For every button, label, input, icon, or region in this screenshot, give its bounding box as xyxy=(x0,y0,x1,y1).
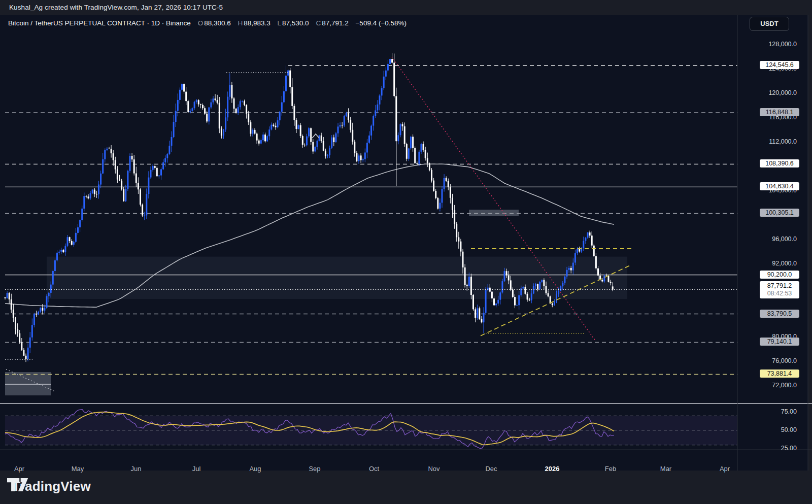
pane-separators[interactable] xyxy=(0,15,812,471)
rsi-tick: 75.00 xyxy=(781,408,797,415)
price-level-badge: 79,140.1 xyxy=(760,338,799,346)
rsi-pane[interactable] xyxy=(5,410,737,449)
price-tick: 112,000.0 xyxy=(769,138,797,145)
time-axis-label: Mar xyxy=(660,465,671,473)
price-tick: 72,000.0 xyxy=(772,382,797,389)
time-axis-label: Jun xyxy=(131,465,142,473)
time-axis-label: Oct xyxy=(369,465,379,473)
time-axis-label: Jul xyxy=(192,465,201,473)
symbol-header: Bitcoin / TetherUS PERPETUAL CONTRACT · … xyxy=(8,19,407,27)
bar-countdown: 08:42:53 xyxy=(763,290,796,297)
time-axis-label: Aug xyxy=(249,465,261,473)
price-level-badge: 108,390.6 xyxy=(760,159,799,167)
close-value: 87,791.2 xyxy=(322,19,349,27)
price-tick: 128,000.0 xyxy=(768,41,797,48)
zone-boxes[interactable] xyxy=(5,210,627,395)
open-value: 88,300.6 xyxy=(204,19,231,27)
time-axis-label: Nov xyxy=(428,465,439,473)
time-axis[interactable]: AprMayJunJulAugSepOctNovDec2026FebMarApr xyxy=(0,465,808,486)
tradingview-app: Kushal_Ag created with TradingView.com, … xyxy=(0,0,812,504)
low-value: 87,530.0 xyxy=(282,19,309,27)
price-level-badge: 104,630.4 xyxy=(760,182,799,190)
time-axis-label: May xyxy=(72,465,84,473)
time-axis-label: Apr xyxy=(720,465,730,473)
price-level-badge: 124,545.6 xyxy=(760,61,799,69)
candles xyxy=(5,53,614,362)
price-tick: 120,000.0 xyxy=(768,89,797,96)
high-value: 88,983.3 xyxy=(244,19,270,27)
time-axis-label: Sep xyxy=(309,465,320,473)
low-label: L xyxy=(278,19,282,27)
change-value: −509.4 (−0.58%) xyxy=(355,19,407,27)
currency-toggle-button[interactable]: USDT xyxy=(750,17,789,31)
current-price-value: 87,791.2 xyxy=(763,282,796,290)
time-axis-label: 2026 xyxy=(545,465,560,473)
time-axis-label: Dec xyxy=(485,465,497,473)
time-axis-label: Feb xyxy=(605,465,616,473)
symbol-title[interactable]: Bitcoin / TetherUS PERPETUAL CONTRACT · … xyxy=(8,19,191,27)
tradingview-glyph-icon xyxy=(7,478,28,492)
price-tick: 92,000.0 xyxy=(772,260,797,267)
price-tick: 96,000.0 xyxy=(772,236,797,243)
price-level-badge: 100,305.1 xyxy=(760,209,799,217)
high-label: H xyxy=(238,19,243,27)
price-tick: 76,000.0 xyxy=(772,357,797,364)
price-axis[interactable]: 128,000.0124,000.0120,000.0116,000.0112,… xyxy=(737,15,808,471)
time-axis-label: Apr xyxy=(14,465,24,473)
price-level-badge: 90,200.0 xyxy=(760,271,799,279)
open-label: O xyxy=(198,19,204,27)
price-level-badge: 116,848.1 xyxy=(760,108,799,116)
rsi-tick: 50.00 xyxy=(781,426,797,433)
close-label: C xyxy=(316,19,321,27)
price-level-badge: 73,881.4 xyxy=(760,369,799,378)
price-level-badge: 83,790.5 xyxy=(760,310,799,318)
current-price-badge: 87,791.208:42:53 xyxy=(760,281,799,298)
rsi-tick: 25.00 xyxy=(781,445,797,452)
horizontal-level-lines[interactable] xyxy=(5,65,737,374)
drawing-segments[interactable] xyxy=(5,57,632,392)
tradingview-logo[interactable]: TradingView xyxy=(7,478,91,495)
